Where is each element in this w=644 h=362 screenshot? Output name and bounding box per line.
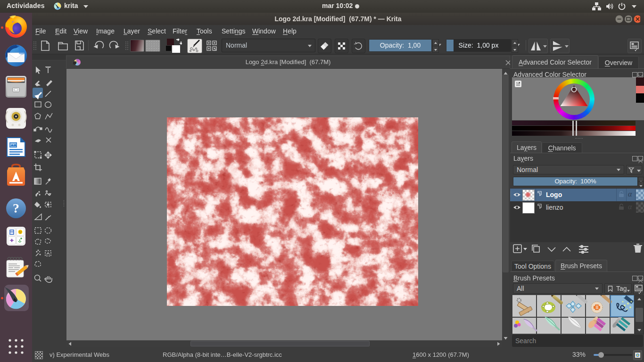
svg-text:?: ? [13,201,19,215]
